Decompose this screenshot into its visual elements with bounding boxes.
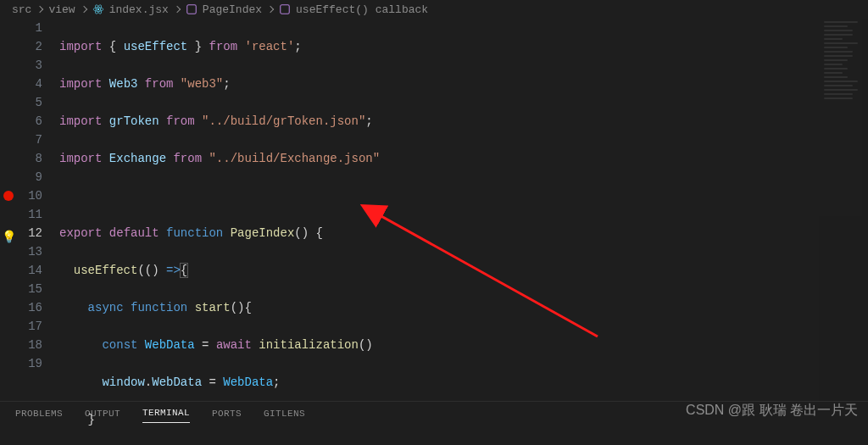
line-number: 10: [17, 186, 42, 205]
line-number: 3: [17, 56, 42, 75]
line-number: 16: [17, 298, 42, 317]
code-line: import Exchange from "../build/Exchange.…: [59, 149, 868, 168]
chevron-right-icon: [267, 3, 274, 16]
breakpoint-gutter[interactable]: 💡: [0, 19, 17, 401]
breadcrumb-seg-src[interactable]: src: [12, 3, 31, 16]
svg-rect-5: [281, 5, 290, 14]
code-line: window.WebData = WebData;: [59, 373, 868, 392]
code-line: import Web3 from "web3";: [59, 75, 868, 93]
line-number-gutter: 1 2 3 4 5 6 7 8 9 10 11 12 13 14 15 16 1…: [17, 19, 54, 401]
react-file-icon: [92, 3, 104, 15]
tab-problems[interactable]: PROBLEMS: [15, 404, 63, 423]
symbol-callback-icon: [279, 3, 291, 15]
minimap[interactable]: [819, 19, 868, 401]
breadcrumb: src view index.jsx PageIndex useEffect()…: [0, 0, 868, 19]
breakpoint-icon[interactable]: [3, 191, 14, 201]
lightbulb-icon[interactable]: 💡: [2, 230, 17, 244]
line-number: 11: [17, 205, 42, 224]
breadcrumb-seg-func[interactable]: PageIndex: [203, 3, 262, 16]
line-number: 19: [17, 354, 42, 373]
svg-point-0: [97, 8, 98, 10]
line-number: 15: [17, 280, 42, 298]
breadcrumb-seg-view[interactable]: view: [48, 3, 75, 16]
line-number: 7: [17, 131, 42, 149]
line-number: 6: [17, 112, 42, 131]
line-number: 4: [17, 75, 42, 93]
svg-rect-4: [187, 5, 197, 14]
line-number: 18: [17, 336, 42, 354]
code-line: useEffect(() =>{: [59, 261, 868, 280]
chevron-right-icon: [36, 3, 43, 16]
code-line: export default function PageIndex() {: [59, 224, 868, 242]
breadcrumb-seg-callback[interactable]: useEffect() callback: [296, 3, 428, 16]
chevron-right-icon: [81, 3, 87, 16]
code-editor[interactable]: 💡 1 2 3 4 5 6 7 8 9 10 11 12 13 14 15 16…: [0, 19, 868, 401]
line-number: 17: [17, 317, 42, 336]
code-line: import grToken from "../build/grToken.js…: [59, 112, 868, 131]
line-number: 12: [17, 224, 42, 242]
code-content[interactable]: import { useEffect } from 'react'; impor…: [54, 19, 868, 401]
code-line: const WebData = await initialization(): [59, 336, 868, 354]
code-line: async function start(){: [59, 298, 868, 317]
symbol-function-icon: [186, 3, 198, 15]
chevron-right-icon: [174, 3, 181, 16]
code-line: import { useEffect } from 'react';: [59, 37, 868, 56]
breadcrumb-seg-file[interactable]: index.jsx: [109, 3, 169, 16]
line-number: 2: [17, 37, 42, 56]
line-number: 1: [17, 19, 42, 37]
line-number: 5: [17, 93, 42, 112]
line-number: 14: [17, 261, 42, 280]
code-line: [59, 186, 868, 205]
code-line: }: [59, 410, 868, 429]
line-number: 13: [17, 242, 42, 261]
line-number: 9: [17, 168, 42, 186]
line-number: 8: [17, 149, 42, 168]
